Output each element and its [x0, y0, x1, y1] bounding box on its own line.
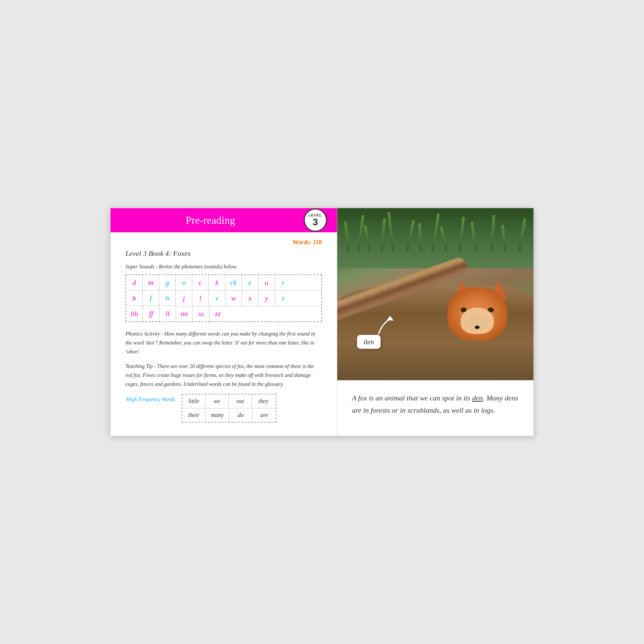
- phonics-cell: c: [192, 275, 209, 290]
- hfw-grid: little we out they their many do are: [182, 394, 276, 423]
- words-label: Words:: [293, 239, 311, 246]
- hfw-row-1: little we out they: [182, 394, 276, 408]
- phonics-cell: j: [176, 291, 192, 306]
- fox-image: den: [337, 208, 534, 380]
- grass-blade: [357, 215, 364, 251]
- phonics-cell: g: [159, 275, 176, 290]
- phonics-cell: ll: [160, 306, 176, 321]
- phonics-cell: h: [159, 291, 176, 306]
- svg-marker-0: [387, 316, 393, 321]
- hfw-row-2: their many do are: [182, 408, 276, 422]
- grass-blade: [387, 211, 395, 251]
- grass-blade: [459, 216, 465, 251]
- super-sounds-label: Super Sounds - Revise the phonemes (soun…: [125, 264, 322, 270]
- phonics-cell: l: [192, 291, 209, 306]
- den-word: den: [472, 394, 483, 402]
- grass-blade: [406, 220, 415, 252]
- hfw-word: are: [253, 408, 276, 422]
- fox-snout: [466, 316, 489, 331]
- book-spread: Pre-reading LEVEL 3 Words: 218 Level 3 B…: [110, 208, 534, 436]
- phonics-cell: e: [242, 275, 258, 290]
- hfw-word: do: [229, 408, 253, 422]
- words-count: Words: 218: [125, 239, 322, 246]
- phonics-cell: u: [258, 275, 275, 290]
- phonics-cell: ck: [225, 275, 242, 290]
- left-page: Pre-reading LEVEL 3 Words: 218 Level 3 B…: [110, 208, 337, 436]
- hfw-word: their: [182, 408, 206, 422]
- page-container: Pre-reading LEVEL 3 Words: 218 Level 3 B…: [90, 123, 554, 521]
- grass-blade: [501, 225, 507, 251]
- phonics-cell: nn: [176, 306, 193, 321]
- grass-blade: [380, 218, 386, 251]
- phonics-row-2: b f h j l v w x y z: [126, 291, 321, 306]
- right-page-text: A fox is an animal that we can spot in i…: [337, 380, 534, 428]
- grass-blade: [440, 227, 447, 252]
- phonics-row-3: bb ff ll nn ss zz: [126, 306, 321, 321]
- grass-blade: [364, 225, 371, 251]
- right-page: den A fox is an animal that we can spot …: [337, 208, 534, 436]
- phonics-cell: y: [258, 291, 275, 306]
- hfw-word: many: [206, 408, 229, 422]
- words-value: 218: [313, 239, 322, 246]
- phonics-cell: bb: [126, 306, 143, 321]
- phonics-cell: f: [143, 291, 159, 306]
- grass-blade: [418, 223, 422, 251]
- fox-nose: [475, 326, 480, 329]
- book-title: Level 3 Book 4: Foxes: [125, 249, 322, 258]
- grass-blade: [431, 213, 440, 252]
- fox-figure: [444, 281, 517, 364]
- body-text-1: A fox is an animal that we can spot in i…: [352, 394, 471, 402]
- phonics-cell: m: [143, 275, 159, 290]
- phonics-grid: d m g o c k ck e u r b f h j l: [125, 274, 322, 322]
- teaching-tip-text: Teaching Tip - There are over 20 differe…: [125, 362, 322, 389]
- grass-blade: [490, 215, 495, 251]
- phonics-cell: w: [225, 291, 242, 306]
- phonics-cell: v: [209, 291, 225, 306]
- phonics-activity-text: Phonics Activity - How many different wo…: [125, 329, 322, 356]
- phonics-cell: ss: [193, 306, 209, 321]
- phonics-row-1: d m g o c k ck e u r: [126, 275, 321, 291]
- fox-chest: [461, 307, 494, 334]
- hfw-word: they: [252, 394, 275, 408]
- phonics-cell: z: [275, 291, 292, 306]
- phonics-cell: x: [242, 291, 258, 306]
- phonics-cell: k: [209, 275, 225, 290]
- phonics-cell: b: [126, 291, 143, 306]
- fox-body: [447, 288, 507, 341]
- grass-blades: [337, 208, 534, 251]
- hfw-word: little: [182, 394, 206, 408]
- phonics-cell: r: [275, 275, 292, 290]
- level-number: 3: [312, 217, 318, 227]
- nature-scene: den: [337, 208, 534, 380]
- hfw-word: we: [206, 394, 229, 408]
- phonics-cell: o: [176, 275, 192, 290]
- page-title: Pre-reading: [124, 214, 297, 226]
- grass-blade: [518, 218, 526, 252]
- grass-blade: [470, 221, 477, 251]
- den-arrow-svg: [372, 314, 395, 337]
- level-badge: LEVEL 3: [304, 208, 327, 232]
- hfw-section: High Frequency Words little we out they …: [125, 394, 322, 423]
- phonics-cell: d: [126, 275, 143, 290]
- header-bar: Pre-reading LEVEL 3: [111, 208, 337, 232]
- hfw-word: out: [229, 394, 252, 408]
- grass-blade: [344, 221, 349, 251]
- hfw-label: High Frequency Words: [125, 394, 175, 402]
- den-label: den: [357, 335, 381, 349]
- phonics-cell: zz: [209, 306, 226, 321]
- phonics-cell: ff: [143, 306, 160, 321]
